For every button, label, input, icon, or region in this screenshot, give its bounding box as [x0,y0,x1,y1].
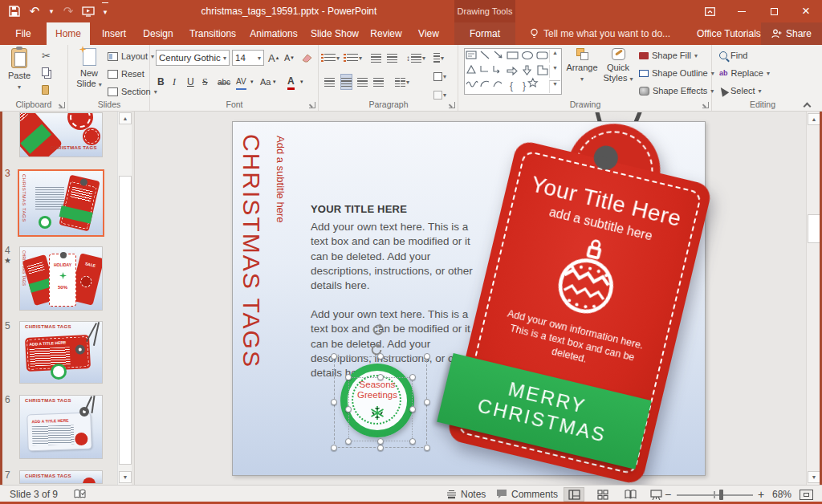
undo-button[interactable]: ↶ [28,2,41,20]
increase-indent-button[interactable] [387,50,397,66]
thumbnail-scrollbar-thumb[interactable] [119,176,132,465]
zoom-level[interactable]: 68% [772,486,791,502]
selection-handle[interactable] [424,399,430,405]
thumbnail-slide-5[interactable]: CHRISTMAS TAGS ADD A TITLE HERE [19,321,103,384]
tab-design[interactable]: Design [138,22,178,45]
columns-button[interactable]: ▾ [395,74,409,90]
layout-button[interactable]: Layout▾ [108,51,154,61]
save-button[interactable] [8,2,21,20]
tab-file[interactable]: File [8,22,39,45]
selection-handle-inner[interactable] [409,438,416,445]
selection-handle-inner[interactable] [345,374,352,380]
selection-handle[interactable] [424,353,430,360]
tab-insert[interactable]: Insert [96,22,132,45]
drawing-dialog-launcher[interactable] [702,102,709,108]
zoom-in-button[interactable]: + [758,486,764,502]
arrange-button[interactable]: Arrange▾ [565,48,599,84]
replace-button[interactable]: abReplace▾ [719,68,770,78]
slide-scrollbar-thumb[interactable] [808,214,820,243]
tell-me-box[interactable]: Tell me what you want to do... [530,22,670,45]
slide-sorter-view-button[interactable] [592,487,613,502]
slide-canvas[interactable]: CHRISTMAS TAGS Add a subtitle here YOUR … [232,121,706,476]
slide-vertical-title[interactable]: CHRISTMAS TAGS [238,134,265,415]
minimize-button[interactable] [726,0,758,22]
decrease-indent-button[interactable] [371,50,381,66]
thumbnail-slide-7[interactable]: CHRISTMAS TAGS [19,470,103,484]
maximize-button[interactable] [758,0,790,22]
bold-button[interactable]: B [157,74,165,90]
tab-format[interactable]: Format [454,22,515,45]
font-family-combo[interactable]: Century Gothic▾ [156,50,230,66]
slide-scrollbar[interactable]: ▲ ▼ [806,112,820,485]
font-dialog-launcher[interactable] [309,102,315,108]
christmas-tag-shape[interactable]: Your Title Here add a subtitle here [446,99,723,486]
zoom-out-button[interactable]: − [665,486,671,502]
thumbnail-slide-2[interactable]: CHRISTMAS TAGS [19,112,103,157]
thumbnail-slide-6[interactable]: CHRISTMAS TAGS ADD A TITLE HERE [19,395,103,459]
slide-vertical-subtitle[interactable]: Add a subtitle here [275,136,287,248]
character-spacing-dropdown[interactable]: ▾ [250,74,254,90]
text-direction-button[interactable]: ▾ [433,50,444,66]
ribbon-display-options-button[interactable] [694,0,726,22]
shapes-scroll-up[interactable]: ▲ [549,50,560,63]
font-color-button[interactable]: A [287,74,295,90]
align-center-button[interactable] [340,74,352,90]
font-color-dropdown[interactable]: ▾ [300,74,303,90]
character-spacing-button[interactable]: AV [236,74,246,90]
spellcheck-button[interactable] [74,486,86,502]
paragraph-dialog-launcher[interactable] [449,102,455,108]
slide-scroll-up[interactable]: ▲ [808,113,820,125]
rotate-handle-icon[interactable] [371,323,385,337]
change-case-dropdown[interactable]: ▾ [273,74,276,90]
justify-button[interactable] [373,74,384,90]
office-tutorials-link[interactable]: Office Tutorials [697,22,761,45]
zoom-slider-thumb[interactable] [719,490,723,500]
close-button[interactable]: × [790,0,822,22]
change-case-button[interactable]: Aa [260,74,271,90]
slideshow-view-button[interactable] [645,487,666,502]
reading-view-button[interactable] [620,487,641,502]
selection-handle[interactable] [377,353,384,360]
tab-home[interactable]: Home [47,22,90,45]
slide-scroll-down[interactable]: ▼ [808,471,820,483]
fit-slide-to-window-button[interactable] [800,490,813,500]
copy-button[interactable] [42,67,49,76]
strikethrough-abc-button[interactable]: abc [218,74,230,90]
shapes-gallery[interactable]: { } ▲ ▼ ▼ [464,48,562,95]
tab-animations[interactable]: Animations [246,22,302,45]
selection-handle[interactable] [331,353,337,360]
selection-handle[interactable] [424,445,430,451]
redo-button[interactable]: ↷ [62,2,75,20]
normal-view-button[interactable] [564,487,584,502]
thumbnail-slide-4[interactable]: CHRISTMAS TAGS SALE HOLIDAY 50% [19,246,103,311]
selection-handle[interactable] [331,399,337,405]
collapse-ribbon-button[interactable] [804,98,810,112]
shrink-font-button[interactable]: A▾ [284,50,294,66]
shape-outline-button[interactable]: Shape Outline▾ [639,68,714,78]
thumbnail-slide-3[interactable]: CHRISTMAS TAGS [18,169,104,237]
clipboard-dialog-launcher[interactable] [59,102,65,108]
tab-slideshow[interactable]: Slide Show [308,22,361,45]
align-right-button[interactable] [357,74,368,90]
bullets-button[interactable]: ▾ [324,50,340,66]
thumbnail-scroll-up[interactable]: ▲ [119,112,132,124]
undo-dropdown[interactable]: ▾ [48,2,55,20]
select-button[interactable]: Select▾ [719,86,762,96]
section-button[interactable]: Section▾ [108,87,157,96]
notes-button[interactable]: Notes [446,486,486,502]
find-button[interactable]: Find [719,51,747,60]
share-button[interactable]: Share [761,22,822,45]
strikethrough-button[interactable]: S [202,74,208,90]
format-painter-button[interactable] [42,85,49,95]
shapes-more-button[interactable]: ▼ [549,80,560,93]
selection-handle-inner[interactable] [377,374,384,380]
grow-font-button[interactable]: A▴ [268,50,279,66]
new-slide-button[interactable]: New Slide ▾ [72,48,106,90]
selection-handle[interactable] [331,445,337,451]
reset-button[interactable]: Reset [108,69,144,79]
italic-button[interactable]: I [173,74,176,90]
shape-fill-button[interactable]: Shape Fill▾ [639,51,698,60]
shapes-scroll-down[interactable]: ▼ [549,65,560,78]
quick-styles-button[interactable]: Quick Styles ▾ [600,48,636,84]
selection-handle-inner[interactable] [345,406,352,413]
